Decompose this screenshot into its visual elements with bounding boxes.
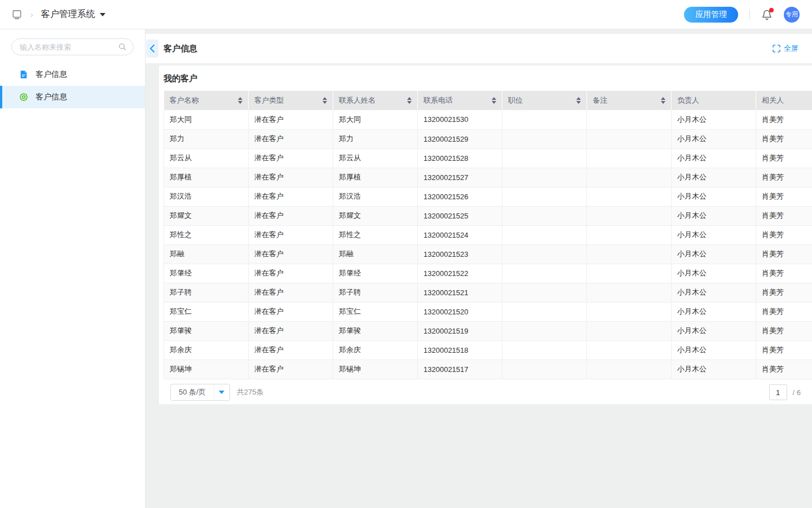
table-cell [587,110,672,129]
notification-badge [769,8,774,12]
page-title: 客户信息 [164,43,197,54]
table-cell: 肖美芳 [756,225,812,244]
back-button[interactable] [146,40,158,58]
table-cell: 郑汉浩 [333,187,418,206]
table-row[interactable]: 郑肇骏潜在客户郑肇骏13200021519小月木公肖美芳 [164,321,812,340]
sort-icon[interactable] [323,97,327,104]
table-cell: 郑锡坤 [333,360,418,379]
table-cell: 小月木公 [672,340,756,360]
table-cell: 13200021521 [418,283,502,302]
table-cell: 郑力 [164,129,249,148]
table-cell: 郑肇经 [333,264,418,283]
page-size-select[interactable]: 50 条/页 [170,384,230,401]
page-total-label: / 6 [793,388,801,397]
monitor-icon[interactable] [11,9,23,20]
search-icon[interactable] [118,42,127,54]
table-cell: 郑余庆 [333,340,418,360]
table-cell [587,225,672,244]
bell-icon[interactable] [761,9,773,20]
table-row[interactable]: 郑肇经潜在客户郑肇经13200021522小月木公肖美芳 [164,264,812,283]
select-caret-box[interactable] [214,384,230,400]
sidebar: 客户信息 客户信息 [0,29,145,508]
table-cell: 潜在客户 [249,302,333,321]
sort-icon[interactable] [661,97,665,104]
sort-icon[interactable] [576,97,581,104]
table-row[interactable]: 郑锡坤潜在客户郑锡坤13200021517小月木公肖美芳 [164,360,812,379]
column-label: 负责人 [677,96,699,104]
search-input[interactable] [11,38,134,55]
table-row[interactable]: 郑宝仁潜在客户郑宝仁13200021520小月木公肖美芳 [164,302,812,321]
total-count-label: 共275条 [237,387,264,397]
table-cell: 肖美芳 [756,148,812,168]
fullscreen-button[interactable]: 全屏 [773,43,798,54]
sidebar-item-customer-info[interactable]: 客户信息 [0,63,145,86]
page-size-label: 50 条/页 [171,387,214,397]
table-row[interactable]: 郑性之潜在客户郑性之13200021524小月木公肖美芳 [164,225,812,244]
app-manage-button[interactable]: 应用管理 [684,7,738,23]
table-cell: 郑子聘 [164,283,249,302]
table-cell: 小月木公 [672,187,756,206]
app-title[interactable]: 客户管理系统 [41,8,95,20]
table-cell [587,340,672,360]
table-cell: 肖美芳 [756,168,812,187]
column-label: 联系人姓名 [339,96,376,104]
table-row[interactable]: 郑汉浩潜在客户郑汉浩13200021526小月木公肖美芳 [164,187,812,206]
table-cell: 小月木公 [672,321,756,340]
table-cell: 潜在客户 [249,264,333,283]
column-header[interactable]: 客户类型 [249,91,333,110]
card-title: 我的客户 [164,72,812,91]
table-cell: 郑厚植 [333,168,418,187]
table-cell [587,187,672,206]
column-header[interactable]: 联系电话 [418,91,502,110]
fullscreen-icon [773,45,780,52]
column-header[interactable]: 联系人姓名 [333,91,418,110]
table-cell [502,225,587,244]
table-header-row: 客户名称客户类型联系人姓名联系电话职位备注负责人相关人 [164,91,812,110]
table-cell: 郑宝仁 [164,302,249,321]
table-row[interactable]: 郑融潜在客户郑融13200021523小月木公肖美芳 [164,244,812,264]
table-cell: 潜在客户 [249,148,333,168]
table-row[interactable]: 郑余庆潜在客户郑余庆13200021518小月木公肖美芳 [164,340,812,360]
table-cell: 郑云从 [333,148,418,168]
table-row[interactable]: 郑云从潜在客户郑云从13200021528小月木公肖美芳 [164,148,812,168]
table-cell: 郑汉浩 [164,187,249,206]
sort-icon[interactable] [407,97,412,104]
column-label: 联系电话 [423,96,453,104]
sort-icon[interactable] [238,97,242,104]
avatar[interactable]: 专用 [784,7,800,23]
column-header[interactable]: 客户名称 [164,91,249,110]
table-cell: 郑肇骏 [333,321,418,340]
table-cell: 13200021520 [418,302,502,321]
table-row[interactable]: 郑耀文潜在客户郑耀文13200021525小月木公肖美芳 [164,206,812,225]
table-container: 客户名称客户类型联系人姓名联系电话职位备注负责人相关人 郑大同潜在客户郑大同13… [164,91,812,379]
table-cell: 潜在客户 [249,244,333,264]
table-cell: 小月木公 [672,302,756,321]
column-header: 相关人 [756,91,812,110]
table-row[interactable]: 郑子聘潜在客户郑子聘13200021521小月木公肖美芳 [164,283,812,302]
chevron-down-icon[interactable] [100,13,105,16]
table-cell: 肖美芳 [756,340,812,360]
sidebar-item-customer-info-active[interactable]: 客户信息 [0,86,145,108]
main-content: 客户信息 全屏 我的客户 客户名称客户类型联系人姓名联系电话职位备注负责人相关人… [145,29,812,508]
table-cell: 潜在客户 [249,283,333,302]
table-cell: 潜在客户 [249,340,333,360]
table-cell [502,168,587,187]
topbar-divider [749,9,750,20]
table-cell: 小月木公 [672,168,756,187]
table-row[interactable]: 郑大同潜在客户郑大同13200021530小月木公肖美芳 [164,110,812,129]
table-cell: 潜在客户 [249,321,333,340]
table-row[interactable]: 郑力潜在客户郑力13200021529小月木公肖美芳 [164,129,812,148]
table-cell: 肖美芳 [756,110,812,129]
table-row[interactable]: 郑厚植潜在客户郑厚植13200021527小月木公肖美芳 [164,168,812,187]
sort-icon[interactable] [492,97,496,104]
column-header[interactable]: 职位 [502,91,587,110]
table-cell [502,110,587,129]
page-number-input[interactable] [769,384,787,400]
table-cell: 小月木公 [672,264,756,283]
column-header[interactable]: 备注 [587,91,672,110]
table-cell: 郑耀文 [164,206,249,225]
table-cell: 13200021525 [418,206,502,225]
column-label: 职位 [508,96,523,104]
chevron-left-icon [149,44,156,53]
table-cell: 肖美芳 [756,187,812,206]
